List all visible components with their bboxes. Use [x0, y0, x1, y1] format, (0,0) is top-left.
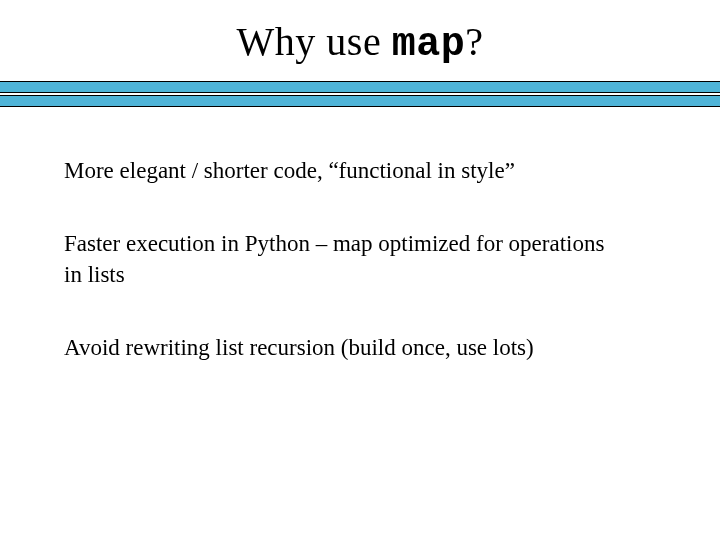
title-code: map — [392, 22, 466, 67]
bullet-item: Avoid rewriting list recursion (build on… — [64, 332, 624, 363]
title-prefix: Why use — [237, 19, 392, 64]
title-divider — [0, 81, 720, 107]
content-area: More elegant / shorter code, “functional… — [0, 107, 720, 363]
bullet-item: More elegant / shorter code, “functional… — [64, 155, 624, 186]
slide: Why use map? More elegant / shorter code… — [0, 0, 720, 540]
slide-title: Why use map? — [0, 18, 720, 67]
title-area: Why use map? — [0, 0, 720, 67]
title-suffix: ? — [465, 19, 483, 64]
divider-bar-bottom — [0, 95, 720, 107]
bullet-item: Faster execution in Python – map optimiz… — [64, 228, 624, 290]
divider-bar-top — [0, 81, 720, 93]
